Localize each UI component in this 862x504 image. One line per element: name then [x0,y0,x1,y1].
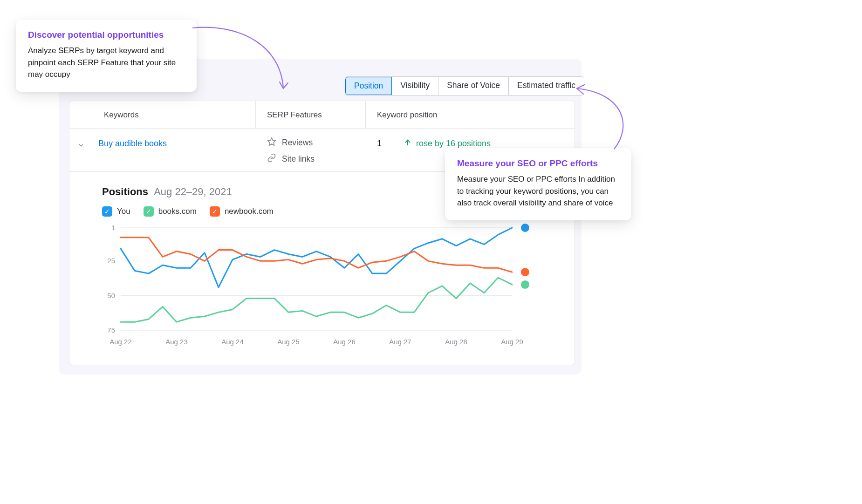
main-card: Keywords SERP Features Keyword position … [69,101,575,365]
svg-point-20 [521,268,529,276]
chart-date-range: Aug 22–29, 2021 [154,186,232,198]
legend-item-books[interactable]: ✓ books.com [144,206,197,217]
arrow-up-icon [404,139,411,149]
svg-text:50: 50 [107,292,115,300]
tab-position[interactable]: Position [345,77,392,95]
callout-body: Measure your SEO or PPC efforts In addit… [457,173,619,209]
svg-text:1: 1 [111,224,115,232]
tab-visibility[interactable]: Visibility [392,77,438,95]
svg-text:Aug 25: Aug 25 [277,338,300,346]
legend-checkbox-you[interactable]: ✓ [102,206,112,217]
link-icon [267,153,276,165]
chart-canvas: 1255075Aug 22Aug 23Aug 24Aug 25Aug 26Aug… [102,223,563,351]
check-icon: ✓ [104,208,110,215]
svg-marker-0 [268,138,276,146]
svg-text:25: 25 [107,257,115,265]
callout-discover: Discover potential opportunities Analyze… [16,20,197,92]
star-icon [267,137,276,149]
position-value: 1 [377,139,382,149]
callout-title: Measure your SEO or PPC efforts [457,158,619,169]
col-header-keywords: Keywords [69,101,256,128]
table-header-row: Keywords SERP Features Keyword position [69,101,575,129]
position-change: rose by 16 positions [404,139,491,149]
legend-label: books.com [158,207,197,216]
legend-item-newbook[interactable]: ✓ newbook.com [210,206,274,217]
chevron-down-icon[interactable] [78,142,84,151]
col-header-serp: SERP Features [256,101,366,128]
metric-tabs: Position Visibility Share of Voice Estim… [345,76,584,95]
callout-measure: Measure your SEO or PPC efforts Measure … [445,148,631,220]
serp-feature-sitelinks: Site links [267,153,355,165]
svg-text:Aug 24: Aug 24 [221,338,244,346]
serp-feature-label: Site links [282,154,315,164]
col-header-position: Keyword position [366,101,575,128]
serp-feature-label: Reviews [282,138,313,148]
keyword-link[interactable]: Buy audible books [98,139,167,149]
svg-text:Aug 28: Aug 28 [445,338,467,346]
tab-estimated-traffic[interactable]: Estimated traffic [509,77,584,95]
legend-item-you[interactable]: ✓ You [102,206,130,217]
svg-text:Aug 26: Aug 26 [333,338,356,346]
svg-point-19 [521,280,529,289]
chart-title-text: Positions [102,186,148,198]
check-icon: ✓ [212,208,218,215]
serp-feature-reviews: Reviews [267,137,355,149]
callout-title: Discover potential opportunities [28,30,185,40]
svg-point-18 [521,224,529,232]
svg-text:Aug 22: Aug 22 [109,338,132,346]
svg-text:Aug 29: Aug 29 [501,338,523,346]
legend-checkbox-books[interactable]: ✓ [144,206,154,217]
legend-label: You [117,207,130,216]
svg-text:Aug 23: Aug 23 [165,338,188,346]
callout-body: Analyze SERPs by target keyword and pinp… [28,45,185,81]
legend-label: newbook.com [225,207,274,216]
position-change-text: rose by 16 positions [416,139,491,149]
legend-checkbox-newbook[interactable]: ✓ [210,206,220,217]
svg-text:75: 75 [107,326,115,334]
svg-text:Aug 27: Aug 27 [389,338,411,346]
check-icon: ✓ [146,208,151,215]
tab-share-of-voice[interactable]: Share of Voice [438,77,509,95]
